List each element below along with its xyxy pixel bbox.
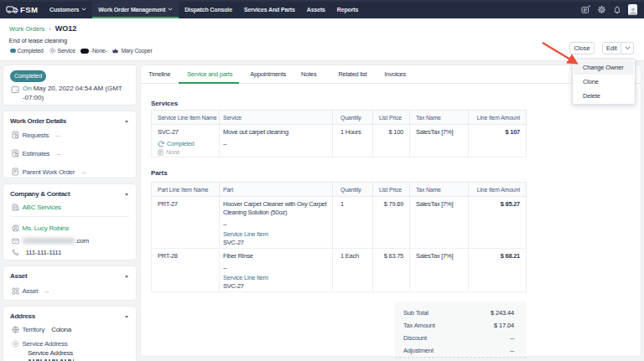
nav-item-services-and-parts[interactable]: Services And Parts (238, 0, 301, 18)
close-button[interactable]: Close (569, 42, 595, 54)
tab-bar: Timeline Service and parts Appointments … (141, 65, 641, 84)
breadcrumb-work-orders[interactable]: Work Orders (9, 25, 44, 33)
subtotal-row: Sub Total $ 243.44 (403, 309, 514, 317)
service-name: Move out carpet cleaning (223, 128, 330, 137)
summary-label: Sub Total (403, 309, 428, 317)
doc-icon (158, 149, 164, 156)
priority-dot-icon (80, 49, 89, 54)
service-status: Completed (158, 140, 216, 147)
menu-item-clone[interactable]: Clone (574, 75, 634, 89)
service-line-item-value: SVC-27 (223, 282, 330, 291)
none-text: None (166, 148, 179, 157)
column-header: Tax Name (410, 183, 469, 197)
service-address-label-row: Service Address (11, 340, 68, 348)
part-quantity: 1 (333, 197, 373, 249)
legend-label: Mary Cooper (121, 48, 152, 54)
requests-row: Requests -- (11, 131, 60, 139)
dash-value: -- (55, 132, 60, 139)
top-navbar: FSM Customers Work Order Management Disp… (0, 0, 644, 18)
nav-item-reports[interactable]: Reports (331, 0, 364, 18)
part-tax: SalesTax [7%] (410, 197, 469, 249)
requests-doc-icon (11, 131, 19, 139)
parent-work-order-link[interactable]: Parent Work Order (23, 168, 75, 176)
column-header: Service Line Item Name (152, 111, 220, 125)
service-line-item-name[interactable]: SVC-27 (158, 128, 216, 137)
nav-item-assets[interactable]: Assets (301, 0, 331, 18)
tab-notes[interactable]: Notes (301, 65, 316, 84)
estimates-link[interactable]: Estimates (23, 150, 50, 157)
contact-link[interactable]: Ms. Lucy Robins (23, 224, 69, 232)
nav-item-dispatch-console[interactable]: Dispatch Console (179, 0, 238, 18)
collapse-chevron-icon[interactable] (125, 193, 128, 196)
edit-dropdown-menu: Change Owner Clone Delete (572, 59, 636, 105)
legend-label: Service (58, 48, 75, 54)
address-card: Address Territory Colona Service Address… (3, 306, 137, 361)
part-name: Hoover Carpet Cleaner with Oxy Carpet Cl… (223, 200, 330, 217)
parent-work-order-row: Parent Work Order -- (11, 168, 86, 176)
requests-link[interactable]: Requests (23, 132, 49, 139)
whats-new-icon[interactable] (581, 5, 590, 14)
collapse-chevron-icon[interactable] (125, 316, 128, 318)
menu-item-change-owner[interactable]: Change Owner (574, 60, 634, 75)
parts-header-row: Part Line Item Name Part Quantity List P… (152, 183, 527, 197)
notification-bell-icon[interactable] (613, 5, 621, 14)
tax-amount-row: Tax Amount $ 17.04 (403, 322, 514, 329)
status-dot-icon (10, 49, 16, 53)
column-header: List Price (373, 183, 410, 197)
summary-value: $ 17.04 (494, 322, 514, 329)
chevron-down-icon (168, 8, 173, 11)
service-list-price: $ 100 (373, 125, 410, 157)
scheduled-prefix: On (23, 85, 32, 92)
service-address-link[interactable]: Service Address (23, 340, 68, 348)
edit-button[interactable]: Edit (602, 42, 621, 54)
menu-item-delete[interactable]: Delete (574, 89, 634, 103)
part-list-price: $ 63.75 (373, 249, 410, 292)
service-line-item-label: Service Line Item (223, 274, 330, 282)
collapse-chevron-icon[interactable] (125, 276, 128, 278)
tab-timeline[interactable]: Timeline (148, 65, 170, 84)
service-line-item-value: SVC-27 (223, 239, 330, 247)
territory-link[interactable]: Territory (23, 326, 45, 333)
service-none: None (158, 148, 216, 156)
nav-actions (581, 0, 644, 18)
nav-item-work-order-management[interactable]: Work Order Management (92, 0, 179, 18)
part-amount: $ 85.27 (469, 197, 527, 249)
service-type-gear-icon (49, 47, 56, 54)
column-header: Quantity (333, 183, 373, 197)
edit-dropdown-toggle[interactable] (621, 42, 634, 54)
company-link[interactable]: ABC Services (23, 204, 61, 211)
tab-invoices[interactable]: Invoices (385, 65, 407, 84)
territory-value: Colona (51, 326, 71, 333)
brand-logo[interactable]: FSM (0, 0, 39, 18)
service-address-value: Service Address (28, 349, 73, 357)
work-order-details-card: Work Order Details Requests -- Estimates… (3, 111, 137, 178)
tab-related-list[interactable]: Related list (338, 65, 366, 84)
part-line-item-name[interactable]: PRT-28 (152, 249, 220, 292)
nav-item-label: Reports (337, 7, 358, 13)
phone-icon (11, 249, 19, 256)
asset-row: Asset -- (11, 287, 49, 295)
services-header-row: Service Line Item Name Service Quantity … (152, 111, 527, 125)
estimates-row: Estimates -- (11, 149, 60, 157)
user-avatar[interactable] (628, 4, 637, 15)
settings-gear-icon[interactable] (597, 5, 606, 14)
phone-value: 111-111-1111 (26, 249, 62, 256)
status-legend: Completed Service -None- Mary Cooper (10, 47, 158, 54)
work-order-detail-panel: Timeline Service and parts Appointments … (140, 64, 641, 357)
work-order-details-title: Work Order Details (10, 117, 66, 125)
part-line-item-name[interactable]: PRT-27 (152, 197, 220, 249)
service-amount: $ 107 (469, 125, 527, 157)
collapse-chevron-icon[interactable] (125, 121, 128, 123)
chevron-down-icon (81, 8, 86, 11)
column-header: Part (220, 183, 333, 197)
page-title: WO12 (55, 24, 77, 33)
column-header: Tax Name (410, 111, 469, 125)
tab-appointments[interactable]: Appointments (250, 65, 286, 84)
asset-link[interactable]: Asset (23, 287, 39, 295)
cell-secondary-value: -- (223, 264, 330, 272)
nav-item-customers[interactable]: Customers (44, 0, 92, 18)
address-title: Address (10, 312, 35, 320)
summary-label: Tax Amount (403, 322, 435, 329)
tab-service-and-parts[interactable]: Service and parts (187, 65, 232, 84)
discount-row: Discount -- (403, 334, 514, 342)
